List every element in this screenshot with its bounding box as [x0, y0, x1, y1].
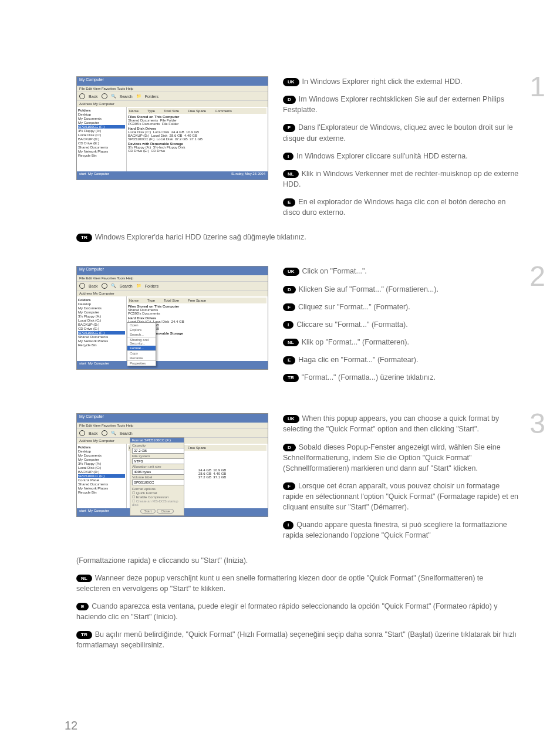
window-title: My Computer [77, 266, 268, 275]
step1-text: UKIn Windows Explorer right click the ex… [283, 76, 519, 225]
taskbar: start My Computer [77, 361, 268, 369]
search-icon: 🔍 [111, 94, 116, 99]
window-title: My Computer [77, 414, 268, 423]
lang-e: E [283, 356, 295, 364]
content-pane: NameTypeTotal SizeFree SpaceComments Fil… [127, 107, 268, 179]
address-bar: Address My Computer [77, 101, 268, 107]
lang-tr: TR [76, 234, 92, 242]
step-number-3: 3 [529, 407, 545, 440]
step2-text: UKClick on "Format...". DKlicken Sie auf… [283, 266, 519, 390]
lang-i: I [283, 321, 294, 329]
lang-uk: UK [283, 268, 299, 276]
lang-nl: NL [283, 339, 299, 347]
lang-uk: UK [283, 78, 299, 86]
lang-d: D [283, 444, 296, 452]
page-number: 12 [65, 719, 77, 732]
screenshot-2: My Computer File Edit View Favorites Too… [76, 266, 268, 370]
lang-f: F [283, 303, 295, 312]
lang-d: D [283, 96, 296, 104]
menu-bar: File Edit View Favorites Tools Help [77, 423, 268, 428]
search-icon: 🔍 [111, 283, 116, 288]
folders-icon: 📁 [136, 94, 141, 99]
window-title: My Computer [77, 77, 268, 86]
volume-label-input[interactable] [132, 480, 184, 485]
step-number-2: 2 [529, 260, 545, 292]
capacity-select[interactable] [132, 448, 184, 454]
close-button[interactable]: Close [157, 509, 174, 514]
folder-tree: Folders DesktopMy DocumentsMy Computer 3… [77, 444, 127, 516]
fwd-icon [102, 283, 107, 289]
toolbar: Back🔍Search📁Folders [77, 281, 268, 291]
step3-text-below: (Formattazione rapida) e cliccando su "S… [76, 555, 519, 651]
menu-bar: File Edit View Favorites Tools Help [77, 86, 268, 92]
search-icon: 🔍 [111, 431, 116, 435]
back-icon [79, 93, 85, 99]
menu-bar: File Edit View Favorites Tools Help [77, 275, 268, 281]
allocation-select[interactable] [132, 469, 184, 475]
folder-tree: Folders DesktopMy DocumentsMy Computer S… [77, 107, 127, 179]
step-number-1: 1 [529, 70, 545, 103]
fwd-icon [102, 430, 107, 436]
taskbar: start My ComputerSunday, May 25 2004 [77, 171, 268, 180]
address-bar: Address My Computer [77, 291, 268, 296]
lang-f: F [283, 124, 295, 132]
lang-d: D [283, 286, 296, 294]
back-icon [79, 283, 85, 289]
toolbar: Back🔍Search [77, 428, 268, 438]
start-button[interactable]: Start [140, 509, 156, 514]
screenshot-3: My Computer File Edit View Favorites Too… [76, 413, 268, 517]
toolbar: Back🔍Search📁Folders [77, 92, 268, 101]
folders-icon: 📁 [136, 283, 141, 288]
lang-tr: TR [283, 374, 299, 382]
step3-text: UKWhen this popup appears, you can choos… [283, 413, 519, 548]
format-menu-item[interactable]: Format... [127, 346, 156, 350]
lang-e: E [283, 198, 295, 207]
screenshot-1: My Computer File Edit View Favorites Too… [76, 76, 268, 180]
lang-i: I [283, 521, 294, 529]
fwd-icon [102, 93, 107, 99]
filesystem-select[interactable] [132, 458, 184, 464]
lang-nl: NL [76, 575, 92, 583]
lang-uk: UK [283, 415, 299, 423]
lang-tr: TR [76, 631, 92, 639]
format-dialog: Format SPD5100CC (F:) Capacity File syst… [130, 437, 184, 516]
back-icon [79, 430, 85, 436]
lang-f: F [283, 482, 295, 491]
context-menu: OpenExploreSearch... Sharing and Securit… [127, 322, 156, 366]
folder-tree: Folders DesktopMy DocumentsMy Computer 3… [77, 296, 127, 369]
lang-nl: NL [283, 170, 299, 178]
lang-i: I [283, 153, 294, 161]
lang-e: E [76, 603, 89, 611]
